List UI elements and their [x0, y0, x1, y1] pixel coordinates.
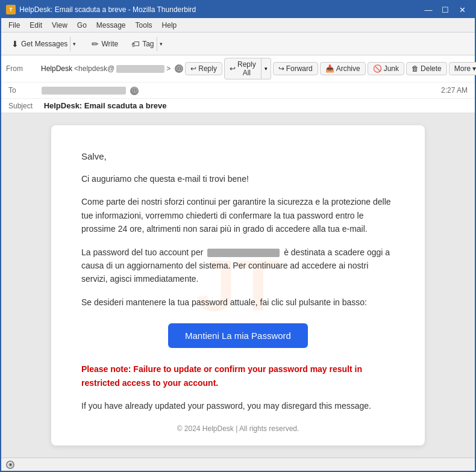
reply-button[interactable]: ↩ Reply — [185, 62, 222, 75]
line2-text: Come parte dei nostri sforzi continui pe… — [81, 195, 395, 235]
from-email-partial: <helpdesk@ — [74, 64, 114, 73]
from-email-redacted — [116, 65, 164, 73]
to-email-redacted — [42, 87, 126, 95]
window-title: HelpDesk: Email scaduta a breve - Mozill… — [19, 5, 421, 14]
reply-all-group: ↩ Reply All ▾ — [224, 58, 271, 79]
menu-edit[interactable]: Edit — [25, 19, 47, 31]
get-messages-icon: ⬇ — [11, 39, 19, 49]
status-icon: ◉ — [6, 461, 14, 469]
get-messages-dropdown[interactable]: ▾ — [70, 37, 78, 51]
email-card: JT Salve, Ci auguriamo che questa e-mail… — [51, 125, 425, 446]
reply-all-button[interactable]: ↩ Reply All — [224, 58, 261, 79]
junk-label: Junk — [384, 64, 399, 73]
menu-go[interactable]: Go — [72, 19, 92, 31]
verify-icon[interactable]: ⓘ — [175, 64, 183, 73]
to-value: ⓘ — [42, 85, 441, 95]
line4-text: Se desideri mantenere la tua password at… — [81, 296, 395, 309]
more-group: More ▾ — [449, 62, 476, 75]
from-name: HelpDesk — [41, 64, 72, 73]
minimize-button[interactable]: — — [421, 4, 436, 15]
warning-text: Please note: Failure to update or confir… — [81, 362, 395, 390]
app-icon: T — [6, 5, 16, 14]
menu-file[interactable]: File — [4, 19, 25, 31]
from-label: From — [6, 64, 39, 73]
junk-icon: 🚫 — [373, 64, 382, 73]
action-toolbar: From HelpDesk <helpdesk@ > ⓘ ↩ Reply ↩ R… — [1, 55, 475, 82]
email-body-area: JT Salve, Ci auguriamo che questa e-mail… — [1, 113, 475, 458]
reply-all-icon: ↩ — [230, 64, 236, 73]
account-email-redacted — [207, 249, 280, 257]
junk-button[interactable]: 🚫 Junk — [368, 62, 404, 75]
write-icon: ✏ — [92, 39, 99, 49]
close-button[interactable]: ✕ — [454, 4, 470, 15]
menu-tools[interactable]: Tools — [131, 19, 157, 31]
forward-icon: ↪ — [278, 64, 284, 73]
reply-icon: ↩ — [190, 64, 196, 73]
delete-label: Delete — [421, 64, 442, 73]
from-email-end: > — [166, 64, 171, 73]
email-subject: HelpDesk: Email scaduta a breve — [44, 101, 167, 110]
statusbar: ◉ — [1, 458, 475, 471]
reply-all-label: Reply All — [237, 60, 256, 77]
to-verify-icon[interactable]: ⓘ — [130, 87, 139, 95]
main-toolbar: ⬇ Get Messages ▾ ✏ Write 🏷 Tag ▾ — [1, 33, 475, 55]
archive-label: Archive — [336, 64, 360, 73]
menu-view[interactable]: View — [47, 19, 72, 31]
menu-help[interactable]: Help — [157, 19, 182, 31]
maximize-button[interactable]: ☐ — [437, 4, 453, 15]
more-label: More — [454, 64, 471, 73]
tag-dropdown[interactable]: ▾ — [157, 37, 165, 51]
reply-all-dropdown[interactable]: ▾ — [261, 58, 271, 79]
tag-icon: 🏷 — [131, 39, 140, 49]
window-controls: — ☐ ✕ — [421, 4, 470, 15]
footer-text: If you have already updated your passwor… — [81, 399, 395, 412]
menu-message[interactable]: Message — [92, 19, 131, 31]
greeting-text: Salve, — [81, 149, 395, 164]
copyright-text: © 2024 HelpDesk | All rights reserved. — [81, 424, 395, 433]
message-actions: ↩ Reply ↩ Reply All ▾ ↪ Forward 📥 Archi — [185, 58, 476, 79]
button-container: Mantieni La mia Password — [81, 323, 395, 348]
reply-label: Reply — [198, 64, 217, 73]
subject-row: Subject HelpDesk: Email scaduta a breve — [1, 98, 475, 113]
to-row: To ⓘ 2:27 AM — [1, 82, 475, 98]
tag-button[interactable]: 🏷 Tag ▾ — [126, 34, 170, 54]
forward-label: Forward — [286, 64, 313, 73]
write-label: Write — [101, 40, 118, 48]
get-messages-button[interactable]: ⬇ Get Messages ▾ — [6, 34, 84, 54]
maintain-password-button[interactable]: Mantieni La mia Password — [168, 323, 308, 348]
tag-label: Tag — [142, 40, 154, 48]
line3-text: La password del tuo account per è destin… — [81, 246, 395, 286]
archive-button[interactable]: 📥 Archive — [320, 62, 366, 75]
thunderbird-window: T HelpDesk: Email scaduta a breve - Mozi… — [0, 0, 476, 472]
line1-text: Ci auguriamo che questa e-mail ti trovi … — [81, 172, 395, 185]
email-time: 2:27 AM — [441, 86, 468, 95]
forward-button[interactable]: ↪ Forward — [273, 62, 318, 75]
archive-icon: 📥 — [325, 64, 334, 73]
menubar: File Edit View Go Message Tools Help — [1, 18, 475, 33]
more-button[interactable]: More ▾ — [449, 62, 476, 75]
titlebar: T HelpDesk: Email scaduta a breve - Mozi… — [1, 1, 475, 18]
subject-label: Subject — [8, 102, 42, 110]
get-messages-label: Get Messages — [21, 40, 67, 48]
email-header: From HelpDesk <helpdesk@ > ⓘ ↩ Reply ↩ R… — [1, 55, 475, 113]
write-button[interactable]: ✏ Write — [86, 36, 124, 52]
line3-part1: La password del tuo account per — [81, 247, 203, 257]
to-label: To — [8, 86, 42, 95]
delete-button[interactable]: 🗑 Delete — [406, 62, 447, 75]
more-dropdown-icon: ▾ — [472, 64, 476, 73]
delete-icon: 🗑 — [412, 64, 419, 73]
email-content: Salve, Ci auguriamo che questa e-mail ti… — [81, 149, 395, 433]
